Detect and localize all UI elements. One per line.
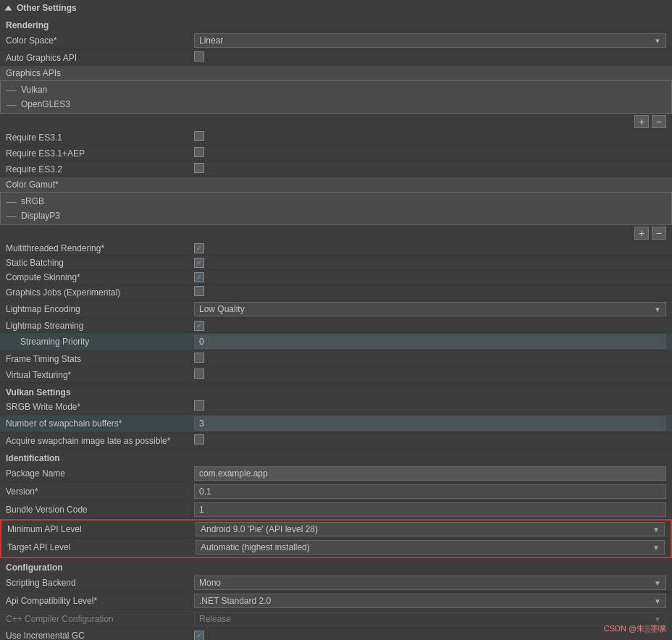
acquire-swapchain-row: Acquire swapchain image late as possible… [0,433,672,449]
api-levels-container: Minimum API Level Android 9.0 'Pie' (API… [0,519,672,558]
compute-skinning-row: Compute Skinning* [0,270,672,285]
min-api-level-dropdown[interactable]: Android 9.0 'Pie' (API level 28) ▼ [196,522,665,536]
lightmap-streaming-label: Lightmap Streaming [6,321,194,331]
require-es31aep-label: Require ES3.1+AEP [6,148,194,159]
frame-timing-stats-checkbox[interactable] [194,353,204,363]
require-es31-row: Require ES3.1 [0,130,672,146]
require-es32-row: Require ES3.2 [0,161,672,177]
frame-timing-stats-row: Frame Timing Stats [0,351,672,367]
swapchain-buffers-row: Number of swapchain buffers* [0,415,672,433]
acquire-swapchain-checkbox[interactable] [194,434,204,445]
package-name-row: Package Name [0,465,672,483]
cpp-compiler-dropdown: Release ▼ [194,612,666,626]
target-api-level-label: Target API Level [7,542,196,552]
api-compatibility-row: Api Compatibility Level* .NET Standard 2… [0,592,672,610]
graphics-apis-buttons: + − [0,114,672,130]
color-space-label: Color Space* [6,35,194,46]
require-es32-checkbox[interactable] [194,163,204,173]
frame-timing-stats-label: Frame Timing Stats [6,354,194,364]
multithreaded-rendering-label: Multithreaded Rendering* [6,243,194,253]
streaming-priority-label: Streaming Priority [6,337,194,347]
dash-icon: — [7,98,17,110]
list-item: — Vulkan [7,83,665,97]
vulkan-section-title: Vulkan Settings [0,383,672,399]
api-compatibility-dropdown[interactable]: .NET Standard 2.0 ▼ [194,594,666,608]
list-item: — OpenGLES3 [7,97,665,111]
package-name-input[interactable] [194,466,666,481]
srgb-write-mode-label: SRGB Write Mode* [6,402,194,412]
cpp-compiler-label: C++ Compiler Configuration [6,614,194,624]
streaming-priority-input[interactable] [194,334,666,349]
remove-color-gamut-button[interactable]: − [652,227,666,240]
incremental-gc-checkbox[interactable] [194,631,204,640]
auto-graphics-api-label: Auto Graphics API [6,53,194,63]
dash-icon: — [7,84,17,96]
acquire-swapchain-label: Acquire swapchain image late as possible… [6,436,194,446]
require-es31-label: Require ES3.1 [6,132,194,143]
dropdown-arrow: ▼ [654,306,661,313]
require-es31aep-row: Require ES3.1+AEP [0,146,672,161]
dash-icon: — [7,210,17,222]
incremental-gc-row: Use Incremental GC [0,628,672,640]
identification-section-title: Identification [0,449,672,465]
color-gamut-list: — sRGB — DisplayP3 [0,192,672,225]
multithreaded-rendering-row: Multithreaded Rendering* [0,241,672,256]
color-gamut-header: Color Gamut* [0,177,672,192]
swapchain-buffers-input[interactable] [194,416,666,431]
dash-icon: — [7,195,17,207]
require-es31-checkbox[interactable] [194,131,204,141]
color-space-dropdown[interactable]: Linear ▼ [194,33,666,48]
panel-title: Other Settings [17,3,77,13]
add-graphics-api-button[interactable]: + [634,115,649,128]
static-batching-label: Static Batching [6,258,194,268]
target-api-level-dropdown[interactable]: Automatic (highest installed) ▼ [196,540,665,555]
other-settings-header: Other Settings [0,0,672,16]
collapse-triangle [5,6,12,11]
graphics-jobs-label: Graphics Jobs (Experimental) [6,287,194,298]
lightmap-streaming-checkbox[interactable] [194,321,204,331]
virtual-texturing-label: Virtual Texturing* [6,370,194,380]
bundle-version-code-label: Bundle Version Code [6,505,194,515]
auto-graphics-api-checkbox[interactable] [194,51,204,62]
static-batching-checkbox[interactable] [194,258,204,268]
multithreaded-rendering-checkbox[interactable] [194,243,204,253]
remove-graphics-api-button[interactable]: − [652,115,666,128]
srgb-write-mode-checkbox[interactable] [194,400,204,410]
version-row: Version* [0,483,672,501]
color-space-value[interactable]: Linear ▼ [194,33,666,48]
dropdown-arrow: ▼ [654,37,661,45]
virtual-texturing-row: Virtual Texturing* [0,367,672,383]
lightmap-encoding-row: Lightmap Encoding Low Quality ▼ [0,300,672,319]
cpp-compiler-row: C++ Compiler Configuration Release ▼ [0,610,672,628]
list-item: — DisplayP3 [7,209,665,223]
target-api-level-row: Target API Level Automatic (highest inst… [1,539,671,557]
list-item: — sRGB [7,194,665,209]
require-es32-label: Require ES3.2 [6,164,194,174]
dropdown-arrow: ▼ [652,544,660,552]
min-api-level-row: Minimum API Level Android 9.0 'Pie' (API… [1,521,671,539]
scripting-backend-dropdown[interactable]: Mono ▼ [194,576,666,590]
color-space-row: Color Space* Linear ▼ [0,32,672,50]
compute-skinning-checkbox[interactable] [194,272,204,282]
lightmap-streaming-row: Lightmap Streaming [0,319,672,333]
add-color-gamut-button[interactable]: + [634,227,649,240]
min-api-level-label: Minimum API Level [7,524,196,534]
package-name-label: Package Name [6,468,194,479]
virtual-texturing-checkbox[interactable] [194,369,204,379]
graphics-jobs-checkbox[interactable] [194,286,204,296]
require-es31aep-checkbox[interactable] [194,147,204,157]
scripting-backend-row: Scripting Backend Mono ▼ [0,574,672,592]
watermark: CSDN @朱▒墨嚝 [604,623,666,634]
static-batching-row: Static Batching [0,256,672,270]
configuration-section-title: Configuration [0,558,672,574]
other-settings-panel: Other Settings Rendering Color Space* Li… [0,0,672,640]
streaming-priority-row: Streaming Priority [0,333,672,351]
lightmap-encoding-dropdown[interactable]: Low Quality ▼ [194,302,666,316]
version-label: Version* [6,487,194,497]
bundle-version-code-input[interactable] [194,502,666,517]
version-input[interactable] [194,484,666,499]
scripting-backend-label: Scripting Backend [6,578,194,588]
graphics-jobs-row: Graphics Jobs (Experimental) [0,285,672,300]
compute-skinning-label: Compute Skinning* [6,272,194,282]
auto-graphics-api-row: Auto Graphics API [0,50,672,66]
